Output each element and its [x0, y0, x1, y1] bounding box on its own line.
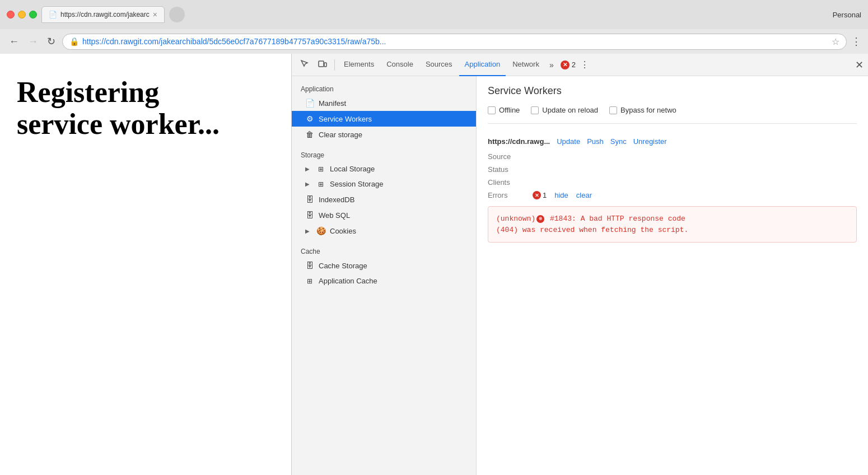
- offline-option[interactable]: Offline: [488, 106, 520, 114]
- error-circle-small-icon: ✕: [533, 191, 541, 199]
- more-tabs-button[interactable]: »: [546, 58, 557, 72]
- bookmark-icon[interactable]: ☆: [832, 36, 839, 47]
- manifest-icon: 📄: [305, 99, 314, 108]
- service-workers-icon: ⚙: [305, 114, 314, 123]
- bypass-for-network-option[interactable]: Bypass for netwo: [609, 106, 676, 114]
- update-on-reload-checkbox[interactable]: [531, 106, 539, 114]
- sw-entry: https://cdn.rawg... Update Push Sync Unr…: [488, 137, 857, 243]
- sidebar-item-session-storage[interactable]: ▶ ⊞ Session Storage: [292, 176, 476, 192]
- sw-status-label: Status: [488, 165, 533, 174]
- session-storage-icon: ⊞: [316, 180, 325, 188]
- cache-storage-icon: 🗄: [305, 261, 314, 270]
- sidebar-item-cookies[interactable]: ▶ 🍪 Cookies: [292, 223, 476, 239]
- clear-storage-icon: 🗑: [305, 130, 314, 139]
- sidebar-item-local-storage[interactable]: ▶ ⊞ Local Storage: [292, 161, 476, 176]
- sw-source-row: Source: [488, 152, 857, 161]
- devtools-panel: Elements Console Sources Application Net…: [291, 54, 868, 475]
- sw-error-message: (unknown)⊗(unknown)⊗ #1843: A bad HTTP r…: [496, 213, 848, 235]
- sw-error-badge: ✕ 1: [533, 191, 547, 199]
- sw-sync-link[interactable]: Sync: [610, 137, 627, 146]
- sidebar-item-web-sql[interactable]: 🗄 Web SQL: [292, 207, 476, 223]
- traffic-lights: [7, 11, 37, 18]
- expand-icon: ▶: [305, 228, 310, 234]
- url-input[interactable]: 🔒 https://cdn.rawgit.com/jakearchibald/5…: [62, 34, 847, 50]
- offline-checkbox[interactable]: [488, 106, 496, 114]
- page-content: Registering service worker...: [0, 54, 291, 475]
- expand-icon: ▶: [305, 181, 310, 187]
- devtools-more-button[interactable]: ⋮: [577, 57, 592, 72]
- indexeddb-icon: 🗄: [305, 195, 314, 204]
- forward-button[interactable]: →: [26, 34, 40, 50]
- tab-sources[interactable]: Sources: [420, 54, 458, 76]
- sw-update-link[interactable]: Update: [557, 137, 580, 146]
- close-button[interactable]: [7, 11, 15, 18]
- url-bar: ← → ↻ 🔒 https://cdn.rawgit.com/jakearchi…: [0, 29, 868, 54]
- sw-error-count: 1: [543, 191, 547, 199]
- more-options-icon[interactable]: ⋮: [851, 35, 861, 48]
- inspect-element-button[interactable]: [296, 57, 313, 73]
- tab-close-button[interactable]: ×: [153, 10, 157, 19]
- sw-status-row: Status: [488, 165, 857, 174]
- sidebar-item-service-workers[interactable]: ⚙ Service Workers: [292, 111, 476, 127]
- sw-url-row: https://cdn.rawg... Update Push Sync Unr…: [488, 137, 857, 146]
- devtools-toolbar: Elements Console Sources Application Net…: [292, 54, 868, 76]
- sw-hide-link[interactable]: hide: [554, 191, 568, 199]
- sw-errors-row: Errors ✕ 1 hide clear: [488, 191, 857, 199]
- sidebar-item-indexeddb[interactable]: 🗄 IndexedDB: [292, 192, 476, 207]
- devtools-body: Application 📄 Manifest ⚙ Service Workers…: [292, 76, 868, 475]
- sw-url: https://cdn.rawg...: [488, 137, 550, 146]
- sidebar-item-clear-storage[interactable]: 🗑 Clear storage: [292, 127, 476, 142]
- sw-push-link[interactable]: Push: [587, 137, 604, 146]
- profile-label: Personal: [833, 11, 861, 19]
- tab-elements[interactable]: Elements: [338, 54, 380, 76]
- sw-errors-label: Errors: [488, 191, 528, 199]
- sw-clear-link[interactable]: clear: [576, 191, 592, 199]
- sidebar-item-application-cache[interactable]: ⊞ Application Cache: [292, 273, 476, 288]
- sw-error-box: (unknown)⊗(unknown)⊗ #1843: A bad HTTP r…: [488, 206, 857, 243]
- new-tab-button[interactable]: [169, 7, 185, 22]
- sw-details: Source Status Clients: [488, 152, 857, 199]
- title-bar: 📄 https://cdn.rawgit.com/jakearc × Perso…: [0, 0, 868, 29]
- tab-bar: 📄 https://cdn.rawgit.com/jakearc ×: [41, 6, 828, 23]
- sw-options: Offline Update on reload Bypass for netw…: [488, 106, 857, 124]
- reload-button[interactable]: ↻: [45, 33, 58, 50]
- minimize-button[interactable]: [18, 11, 26, 18]
- cookies-icon: 🍪: [316, 226, 325, 235]
- browser-window: 📄 https://cdn.rawgit.com/jakearc × Perso…: [0, 0, 868, 475]
- devtools-close-button[interactable]: ✕: [855, 59, 864, 71]
- page-heading: Registering service worker...: [17, 76, 274, 140]
- sidebar-item-cache-storage[interactable]: 🗄 Cache Storage: [292, 258, 476, 273]
- tab-application[interactable]: Application: [459, 54, 506, 76]
- local-storage-icon: ⊞: [316, 165, 325, 173]
- sw-clients-label: Clients: [488, 178, 533, 187]
- tab-title: https://cdn.rawgit.com/jakearc: [60, 11, 150, 18]
- sidebar-section-storage: Storage: [292, 147, 476, 161]
- devtools-main-panel: Service Workers Offline Update on reload: [477, 76, 868, 475]
- main-content: Registering service worker...: [0, 54, 868, 475]
- sidebar-section-application: Application: [292, 81, 476, 95]
- application-cache-icon: ⊞: [305, 277, 314, 285]
- bypass-for-network-checkbox[interactable]: [609, 106, 617, 114]
- tab-network[interactable]: Network: [507, 54, 545, 76]
- sidebar-item-manifest[interactable]: 📄 Manifest: [292, 95, 476, 111]
- error-circle-icon: ✕: [561, 60, 570, 69]
- error-msg-icon: ⊗: [536, 215, 544, 223]
- error-badge: ✕ 2: [561, 60, 576, 69]
- devtools-sidebar: Application 📄 Manifest ⚙ Service Workers…: [292, 76, 477, 475]
- sidebar-section-cache: Cache: [292, 243, 476, 258]
- sw-source-label: Source: [488, 152, 533, 161]
- svg-rect-1: [324, 63, 326, 67]
- service-workers-panel: Service Workers Offline Update on reload: [477, 76, 868, 260]
- update-on-reload-option[interactable]: Update on reload: [531, 106, 598, 114]
- web-sql-icon: 🗄: [305, 211, 314, 220]
- tab-console[interactable]: Console: [381, 54, 419, 76]
- expand-icon: ▶: [305, 166, 310, 172]
- device-toolbar-button[interactable]: [314, 57, 331, 73]
- back-button[interactable]: ←: [7, 34, 21, 50]
- svg-rect-0: [319, 61, 324, 67]
- sw-unregister-link[interactable]: Unregister: [633, 137, 667, 146]
- sw-clients-row: Clients: [488, 178, 857, 187]
- maximize-button[interactable]: [29, 11, 37, 18]
- browser-tab[interactable]: 📄 https://cdn.rawgit.com/jakearc ×: [41, 6, 165, 23]
- page-icon: 📄: [49, 11, 57, 18]
